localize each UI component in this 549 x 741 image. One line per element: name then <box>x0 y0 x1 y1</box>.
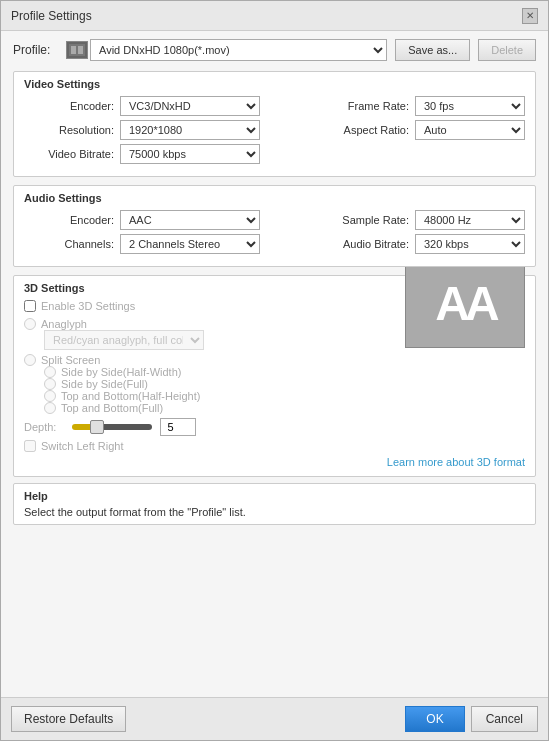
resolution-row: Resolution: 1920*1080 Aspect Ratio: Auto <box>24 120 525 140</box>
help-title: Help <box>24 490 525 502</box>
side-full-row: Side by Side(Full) <box>24 378 397 390</box>
3d-settings-section: 3D Settings Enable 3D Settings Anaglyph … <box>13 275 536 477</box>
3d-preview-box: AA <box>405 258 525 348</box>
frame-rate-select[interactable]: 30 fps <box>415 96 525 116</box>
ok-button[interactable]: OK <box>405 706 464 732</box>
channels-row: Channels: 2 Channels Stereo Audio Bitrat… <box>24 234 525 254</box>
delete-button[interactable]: Delete <box>478 39 536 61</box>
video-bitrate-select[interactable]: 75000 kbps <box>120 144 260 164</box>
depth-input[interactable] <box>160 418 196 436</box>
profile-label: Profile: <box>13 43 58 57</box>
encoder-label: Encoder: <box>24 100 114 112</box>
cancel-button[interactable]: Cancel <box>471 706 538 732</box>
footer: Restore Defaults OK Cancel <box>1 697 548 740</box>
enable-3d-label: Enable 3D Settings <box>41 300 135 312</box>
switch-row: Switch Left Right <box>24 440 397 452</box>
dialog-content: Profile: Avid DNxHD 1080p(*.mov) Save as… <box>1 31 548 697</box>
depth-slider-thumb[interactable] <box>90 420 104 434</box>
channels-select[interactable]: 2 Channels Stereo <box>120 234 260 254</box>
title-bar: Profile Settings ✕ <box>1 1 548 31</box>
video-settings-section: Video Settings Encoder: VC3/DNxHD Frame … <box>13 71 536 177</box>
video-bitrate-row: Video Bitrate: 75000 kbps <box>24 144 525 164</box>
top-bottom-full-radio[interactable] <box>44 402 56 414</box>
audio-bitrate-select[interactable]: 320 kbps <box>415 234 525 254</box>
enable-3d-checkbox[interactable] <box>24 300 36 312</box>
switch-left-right-label: Switch Left Right <box>41 440 124 452</box>
aspect-ratio-select[interactable]: Auto <box>415 120 525 140</box>
switch-left-right-checkbox[interactable] <box>24 440 36 452</box>
side-full-radio[interactable] <box>44 378 56 390</box>
help-section: Help Select the output format from the "… <box>13 483 536 525</box>
close-button[interactable]: ✕ <box>522 8 538 24</box>
anaglyph-row: Anaglyph <box>24 318 397 330</box>
video-bitrate-label: Video Bitrate: <box>24 148 114 160</box>
frame-rate-label: Frame Rate: <box>324 100 409 112</box>
split-screen-row: Split Screen <box>24 354 397 366</box>
resolution-select[interactable]: 1920*1080 <box>120 120 260 140</box>
video-settings-title: Video Settings <box>24 78 525 90</box>
audio-bitrate-label: Audio Bitrate: <box>324 238 409 250</box>
side-half-label: Side by Side(Half-Width) <box>61 366 181 378</box>
audio-encoder-select[interactable]: AAC <box>120 210 260 230</box>
save-as-button[interactable]: Save as... <box>395 39 470 61</box>
side-full-label: Side by Side(Full) <box>61 378 148 390</box>
top-bottom-half-row: Top and Bottom(Half-Height) <box>24 390 397 402</box>
profile-select[interactable]: Avid DNxHD 1080p(*.mov) <box>90 39 387 61</box>
audio-encoder-label: Encoder: <box>24 214 114 226</box>
profile-select-wrapper: Avid DNxHD 1080p(*.mov) <box>66 39 387 61</box>
depth-row: Depth: <box>24 418 397 436</box>
split-screen-radio[interactable] <box>24 354 36 366</box>
footer-right-buttons: OK Cancel <box>405 706 538 732</box>
svg-rect-2 <box>78 46 83 54</box>
top-bottom-half-radio[interactable] <box>44 390 56 402</box>
split-screen-label: Split Screen <box>41 354 100 366</box>
profile-row: Profile: Avid DNxHD 1080p(*.mov) Save as… <box>13 39 536 61</box>
side-half-row: Side by Side(Half-Width) <box>24 366 397 378</box>
anaglyph-select[interactable]: Red/cyan anaglyph, full color <box>44 330 204 350</box>
audio-settings-section: Audio Settings Encoder: AAC Sample Rate:… <box>13 185 536 267</box>
3d-options-left: Anaglyph Red/cyan anaglyph, full color S… <box>24 318 397 452</box>
audio-encoder-row: Encoder: AAC Sample Rate: 48000 Hz <box>24 210 525 230</box>
profile-settings-dialog: Profile Settings ✕ Profile: Avid DNxHD 1… <box>0 0 549 741</box>
sample-rate-select[interactable]: 48000 Hz <box>415 210 525 230</box>
encoder-row: Encoder: VC3/DNxHD Frame Rate: 30 fps <box>24 96 525 116</box>
depth-label: Depth: <box>24 421 64 433</box>
resolution-label: Resolution: <box>24 124 114 136</box>
help-text: Select the output format from the "Profi… <box>24 506 525 518</box>
channels-label: Channels: <box>24 238 114 250</box>
audio-settings-title: Audio Settings <box>24 192 525 204</box>
svg-rect-1 <box>71 46 76 54</box>
learn-more-link[interactable]: Learn more about 3D format <box>24 456 525 468</box>
3d-preview-text: AA <box>435 276 494 331</box>
top-bottom-full-row: Top and Bottom(Full) <box>24 402 397 414</box>
anaglyph-label: Anaglyph <box>41 318 87 330</box>
top-bottom-full-label: Top and Bottom(Full) <box>61 402 163 414</box>
profile-icon <box>66 41 88 59</box>
sample-rate-label: Sample Rate: <box>324 214 409 226</box>
depth-slider-track <box>72 424 152 430</box>
aspect-ratio-label: Aspect Ratio: <box>324 124 409 136</box>
3d-options-inner: Anaglyph Red/cyan anaglyph, full color S… <box>24 318 525 452</box>
side-half-radio[interactable] <box>44 366 56 378</box>
top-bottom-half-label: Top and Bottom(Half-Height) <box>61 390 200 402</box>
anaglyph-radio[interactable] <box>24 318 36 330</box>
encoder-select[interactable]: VC3/DNxHD <box>120 96 260 116</box>
dialog-title: Profile Settings <box>11 9 92 23</box>
restore-defaults-button[interactable]: Restore Defaults <box>11 706 126 732</box>
